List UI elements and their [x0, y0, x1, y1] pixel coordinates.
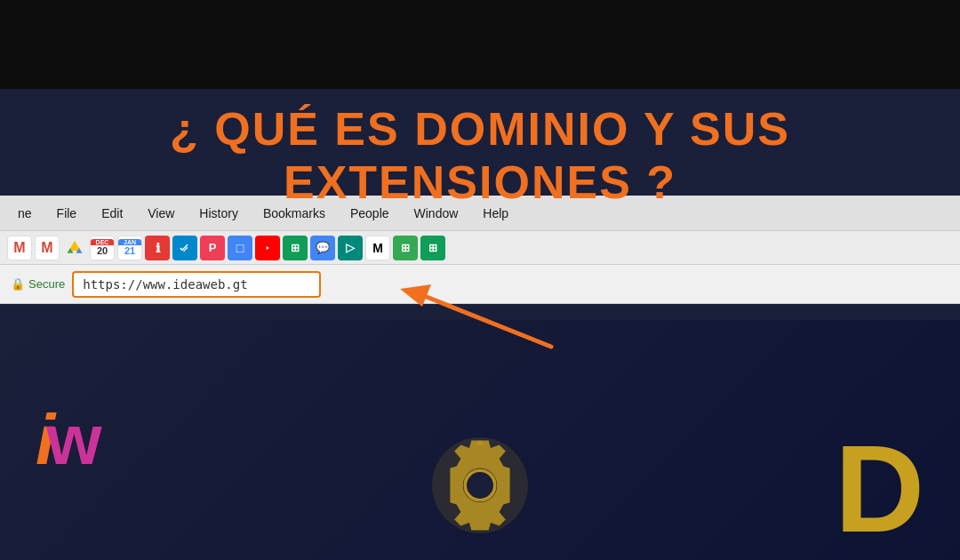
bookmark-calendar2[interactable]: JAN 21: [117, 236, 142, 260]
bookmark-info[interactable]: ℹ: [145, 236, 170, 260]
bookmark-calendar1[interactable]: DEC 20: [90, 236, 115, 260]
bookmark-youtube[interactable]: [255, 236, 280, 260]
bookmark-sheets[interactable]: ⊞: [283, 236, 308, 260]
bookmark-pocket[interactable]: P: [200, 236, 225, 260]
secure-label: 🔒 Secure: [11, 277, 65, 291]
lock-icon: 🔒: [11, 277, 25, 291]
bookmark-grid2[interactable]: ⊞: [420, 236, 445, 260]
secure-text: Secure: [28, 277, 65, 291]
bookmark-gmail[interactable]: M: [7, 236, 32, 260]
url-input[interactable]: https://www.ideaweb.gt: [72, 271, 321, 298]
svg-point-5: [463, 468, 497, 502]
svg-marker-3: [400, 284, 431, 307]
logo-left: i w: [36, 404, 101, 476]
bookmark-drive[interactable]: [62, 236, 87, 260]
page-title: ¿ QUÉ ES DOMINIO Y SUS EXTENSIONES ?: [0, 102, 960, 209]
bookmark-gmail2[interactable]: M: [35, 236, 60, 260]
letter-d: D: [835, 427, 924, 551]
logo-letter-w: w: [46, 404, 101, 476]
arrow-container: [391, 276, 587, 368]
bookmark-chat[interactable]: 💬: [310, 236, 335, 260]
bookmark-meet[interactable]: ▷: [338, 236, 363, 260]
top-dark-bar: [0, 0, 960, 89]
gear-icon-center: [427, 432, 533, 542]
orange-arrow-svg: [391, 276, 587, 364]
page-wrapper: ¿ QUÉ ES DOMINIO Y SUS EXTENSIONES ? ne …: [0, 0, 960, 560]
bookmarks-bar: M M DEC 20 JAN 21 ℹ P □ ⊞ 💬: [0, 231, 960, 265]
bookmark-telegram[interactable]: [172, 236, 197, 260]
bookmark-blue-app[interactable]: □: [228, 236, 252, 260]
bookmark-grid1[interactable]: ⊞: [393, 236, 418, 260]
bookmark-medium[interactable]: M: [365, 236, 390, 260]
svg-line-2: [418, 293, 551, 347]
